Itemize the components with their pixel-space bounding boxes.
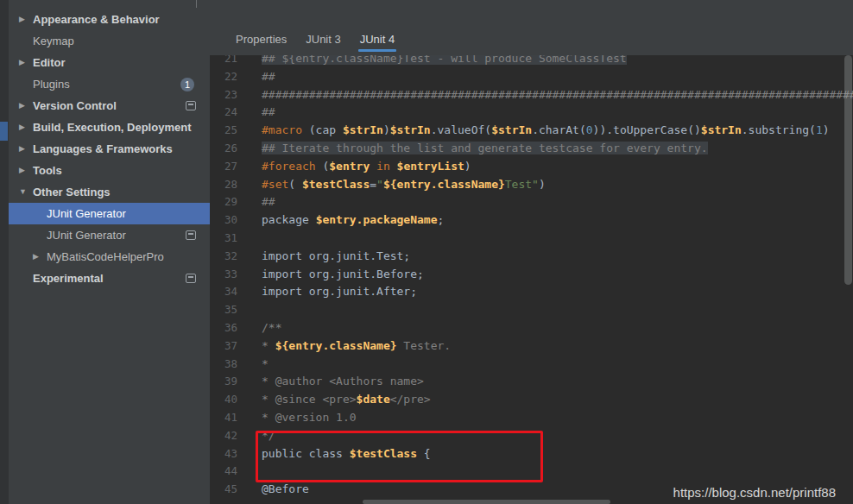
code-text: ########################################… <box>237 86 853 104</box>
sidebar-item-mybatiscodehelperpro[interactable]: ▶MyBatisCodeHelperPro <box>9 246 210 268</box>
sidebar-item-label: JUnit Generator <box>47 207 126 220</box>
code-line-27[interactable]: 27#foreach ($entry in $entryList) <box>210 158 853 176</box>
line-number: 34 <box>210 283 237 301</box>
sidebar-item-appearance-behavior[interactable]: ▶Appearance & Behavior <box>9 9 210 30</box>
chevron-down-icon[interactable]: ▼ <box>19 181 33 203</box>
shared-settings-icon <box>186 101 196 110</box>
settings-tree: ▶Appearance & BehaviorKeymap▶EditorPlugi… <box>9 9 210 289</box>
sidebar-item-label: Editor <box>33 56 66 69</box>
chevron-right-icon[interactable]: ▶ <box>33 246 47 268</box>
code-line-36[interactable]: 36/** <box>210 319 853 337</box>
line-number: 29 <box>210 193 237 211</box>
template-editor[interactable]: 21## ${entry.className}Test - will produ… <box>210 55 853 504</box>
code-line-41[interactable]: 41* @version 1.0 <box>210 409 853 427</box>
chevron-right-icon[interactable]: ▶ <box>19 117 33 138</box>
line-number: 28 <box>210 176 237 194</box>
sidebar-item-build-execution-deployment[interactable]: ▶Build, Execution, Deployment <box>9 117 210 138</box>
code-text <box>237 301 262 319</box>
line-number: 23 <box>210 86 237 104</box>
line-number: 21 <box>210 55 237 68</box>
code-text: * @since <pre>$date</pre> <box>237 391 431 409</box>
sidebar-item-languages-frameworks[interactable]: ▶Languages & Frameworks <box>9 138 210 160</box>
code-text: ## <box>237 193 275 211</box>
sidebar-item-label: Plugins <box>33 78 70 91</box>
line-number: 35 <box>210 301 237 319</box>
window-edge-strip <box>0 0 9 504</box>
sidebar-item-experimental[interactable]: Experimental <box>9 268 210 289</box>
code-text: #set( $testClass="${entry.className}Test… <box>237 176 546 194</box>
sidebar-item-junit-generator[interactable]: JUnit Generator <box>9 224 210 246</box>
code-text: * @version 1.0 <box>237 409 357 427</box>
code-text: ## <box>237 104 275 122</box>
code-text: * <box>237 356 269 374</box>
editor-vertical-scrollbar[interactable] <box>844 55 852 285</box>
tab-junit-4[interactable]: JUnit 4 <box>351 26 404 55</box>
sidebar-item-label: Keymap <box>33 35 74 47</box>
shared-settings-icon <box>186 274 196 283</box>
annotation-rectangle <box>256 431 543 482</box>
code-text: @Before <box>237 481 309 499</box>
code-text: import org.junit.Before; <box>237 266 424 284</box>
code-text: /** <box>237 319 281 337</box>
code-text <box>237 230 262 248</box>
sidebar-item-label: Languages & Frameworks <box>33 142 173 155</box>
sidebar-item-tools[interactable]: ▶Tools <box>9 160 210 181</box>
sidebar-item-keymap[interactable]: Keymap <box>9 30 210 52</box>
code-line-37[interactable]: 37* ${entry.className} Tester. <box>210 337 853 356</box>
sidebar-item-junit-generator[interactable]: JUnit Generator <box>9 203 210 224</box>
chevron-right-icon[interactable]: ▶ <box>19 52 33 73</box>
line-number: 24 <box>210 104 237 122</box>
sidebar-item-plugins[interactable]: Plugins1 <box>9 73 210 95</box>
code-line-23[interactable]: 23######################################… <box>210 86 853 104</box>
code-line-40[interactable]: 40* @since <pre>$date</pre> <box>210 391 853 409</box>
chevron-right-icon[interactable]: ▶ <box>19 160 33 181</box>
sidebar-item-editor[interactable]: ▶Editor <box>9 52 210 73</box>
code-line-32[interactable]: 32import org.junit.Test; <box>210 248 853 266</box>
sidebar-item-other-settings[interactable]: ▼Other Settings <box>9 181 210 203</box>
code-line-34[interactable]: 34import org.junit.After; <box>210 283 853 301</box>
sidebar-item-label: Tools <box>33 164 62 177</box>
line-number: 26 <box>210 140 237 158</box>
editor-horizontal-scrollbar[interactable] <box>363 500 610 504</box>
line-number: 38 <box>210 356 237 374</box>
code-line-25[interactable]: 25#macro (cap $strIn)$strIn.valueOf($str… <box>210 122 853 140</box>
code-line-31[interactable]: 31 <box>210 230 853 248</box>
code-line-30[interactable]: 30package $entry.packageName; <box>210 211 853 230</box>
line-number: 25 <box>210 122 237 140</box>
code-line-38[interactable]: 38* <box>210 356 853 374</box>
line-number: 44 <box>210 463 237 481</box>
code-line-22[interactable]: 22## <box>210 68 853 86</box>
settings-content-panel: PropertiesJUnit 3JUnit 4 21## ${entry.cl… <box>210 0 853 504</box>
line-number: 37 <box>210 337 237 356</box>
line-number: 27 <box>210 158 237 176</box>
sidebar-item-version-control[interactable]: ▶Version Control <box>9 95 210 117</box>
sidebar-item-label: Appearance & Behavior <box>33 13 160 26</box>
line-number: 45 <box>210 481 237 499</box>
sidebar-item-label: Version Control <box>33 99 117 112</box>
code-text: ## <box>237 68 275 86</box>
sidebar-item-label: MyBatisCodeHelperPro <box>47 250 164 263</box>
code-text: * @author <Authors name> <box>237 373 424 391</box>
code-line-29[interactable]: 29## <box>210 193 853 211</box>
chevron-right-icon[interactable]: ▶ <box>19 138 33 160</box>
code-line-21[interactable]: 21## ${entry.className}Test - will produ… <box>210 55 853 68</box>
code-line-33[interactable]: 33import org.junit.Before; <box>210 266 853 284</box>
code-line-39[interactable]: 39* @author <Authors name> <box>210 373 853 391</box>
code-line-35[interactable]: 35 <box>210 301 853 319</box>
code-text: package $entry.packageName; <box>237 211 444 230</box>
tab-properties[interactable]: Properties <box>226 26 296 55</box>
code-line-28[interactable]: 28#set( $testClass="${entry.className}Te… <box>210 176 853 194</box>
sidebar-item-label: Experimental <box>33 272 104 285</box>
line-number: 33 <box>210 266 237 284</box>
code-line-24[interactable]: 24## <box>210 104 853 122</box>
chevron-right-icon[interactable]: ▶ <box>19 9 33 30</box>
tab-junit-3[interactable]: JUnit 3 <box>296 26 350 55</box>
settings-tree-panel: ▶Appearance & BehaviorKeymap▶EditorPlugi… <box>9 0 210 504</box>
code-text: import org.junit.After; <box>237 283 417 301</box>
chevron-right-icon[interactable]: ▶ <box>19 95 33 117</box>
template-tabs: PropertiesJUnit 3JUnit 4 <box>210 0 853 55</box>
code-line-26[interactable]: 26## Iterate through the list and genera… <box>210 140 853 158</box>
line-number: 39 <box>210 373 237 391</box>
background-selection-fragment <box>0 122 8 141</box>
sidebar-item-label: Build, Execution, Deployment <box>33 121 191 134</box>
